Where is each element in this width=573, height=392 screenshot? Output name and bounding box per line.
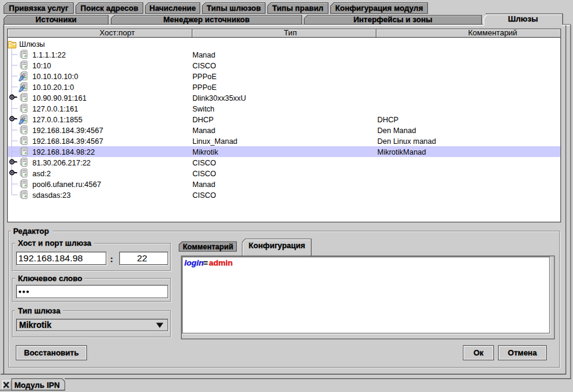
svg-text:Тип шлюза: Тип шлюза xyxy=(18,306,61,315)
svg-text:pool6.ufanet.ru:4567: pool6.ufanet.ru:4567 xyxy=(32,180,101,189)
svg-text:Комментарий: Комментарий xyxy=(468,28,517,37)
svg-text:10.10.10.10:0: 10.10.10.10:0 xyxy=(32,73,79,81)
svg-text:127.0.0.1:1855: 127.0.0.1:1855 xyxy=(32,116,82,124)
svg-text:asd:2: asd:2 xyxy=(32,170,51,178)
svg-text:10:10: 10:10 xyxy=(32,62,51,70)
svg-text:Типы шлюзов: Типы шлюзов xyxy=(207,4,261,13)
svg-text:Начисление: Начисление xyxy=(149,4,195,13)
svg-text:Редактор: Редактор xyxy=(13,227,49,236)
svg-text:CISCO: CISCO xyxy=(192,170,216,178)
svg-text:DHCP: DHCP xyxy=(192,116,213,124)
svg-text:login: login xyxy=(185,258,204,267)
svg-text:CISCO: CISCO xyxy=(192,191,216,200)
svg-text:Den Linux manad: Den Linux manad xyxy=(378,137,436,146)
svg-text:MikrotikManad: MikrotikManad xyxy=(378,148,426,156)
svg-text:Хост и порт шлюза: Хост и порт шлюза xyxy=(18,239,92,248)
svg-text:Модуль IPN: Модуль IPN xyxy=(14,381,60,390)
svg-text:Отмена: Отмена xyxy=(508,348,537,357)
svg-text:Менеджер источников: Менеджер источников xyxy=(164,15,250,24)
svg-text:Manad: Manad xyxy=(192,126,215,135)
svg-text:Источники: Источники xyxy=(35,15,76,24)
svg-text:Привязка услуг: Привязка услуг xyxy=(9,4,69,13)
svg-text:sdasdas:23: sdasdas:23 xyxy=(32,191,71,200)
svg-text:Поиск адресов: Поиск адресов xyxy=(80,4,138,13)
svg-text:Хост:порт: Хост:порт xyxy=(99,28,135,37)
svg-text:81.30.206.217:22: 81.30.206.217:22 xyxy=(32,159,91,167)
svg-text:10.10.20.1:0: 10.10.20.1:0 xyxy=(32,83,74,92)
svg-text:Тип: Тип xyxy=(284,28,297,37)
svg-text:Шлюзы: Шлюзы xyxy=(19,40,45,49)
svg-text:192.168.184.98: 192.168.184.98 xyxy=(19,253,83,263)
svg-text:admin: admin xyxy=(209,258,233,267)
svg-text:Типы правил: Типы правил xyxy=(272,4,323,13)
svg-text:PPPoE: PPPoE xyxy=(192,73,216,81)
svg-text:Dlink30xx35xxU: Dlink30xx35xxU xyxy=(192,94,246,102)
svg-text:Mikrotik: Mikrotik xyxy=(192,148,219,156)
svg-text:192.168.184.39:4567: 192.168.184.39:4567 xyxy=(32,137,103,146)
svg-text:DHCP: DHCP xyxy=(378,116,399,124)
svg-text:Конфигурация модуля: Конфигурация модуля xyxy=(335,4,423,13)
svg-text:Шлюзы: Шлюзы xyxy=(508,14,538,23)
svg-text:192.168.184.98:22: 192.168.184.98:22 xyxy=(32,148,95,156)
svg-text:Конфигурация: Конфигурация xyxy=(249,241,305,250)
svg-text::: : xyxy=(110,255,113,264)
svg-text:Ключевое слово: Ключевое слово xyxy=(18,274,82,283)
svg-text:Комментарий: Комментарий xyxy=(183,243,233,251)
svg-text:Ок: Ок xyxy=(474,348,484,357)
svg-text:CISCO: CISCO xyxy=(192,62,216,70)
svg-text:22: 22 xyxy=(137,253,147,263)
svg-text:Linux_Manad: Linux_Manad xyxy=(192,137,237,146)
svg-text:Восстановить: Восстановить xyxy=(24,348,79,357)
svg-text:Manad: Manad xyxy=(192,180,215,189)
svg-text:1.1.1.1:22: 1.1.1.1:22 xyxy=(32,51,66,59)
svg-text:=: = xyxy=(203,258,208,267)
svg-text:Den Manad: Den Manad xyxy=(378,126,417,135)
svg-text:Manad: Manad xyxy=(192,51,215,59)
svg-text:Switch: Switch xyxy=(192,105,215,113)
svg-text:Интерфейсы и зоны: Интерфейсы и зоны xyxy=(354,15,433,24)
svg-text:Mikrotik: Mikrotik xyxy=(19,320,52,330)
svg-text:PPPoE: PPPoE xyxy=(192,83,216,92)
svg-text:192.168.184.39:4567: 192.168.184.39:4567 xyxy=(32,126,103,135)
svg-text:CISCO: CISCO xyxy=(192,159,216,167)
svg-text:10.90.90.91:161: 10.90.90.91:161 xyxy=(32,94,86,102)
svg-text:127.0.0.1:161: 127.0.0.1:161 xyxy=(32,105,79,113)
